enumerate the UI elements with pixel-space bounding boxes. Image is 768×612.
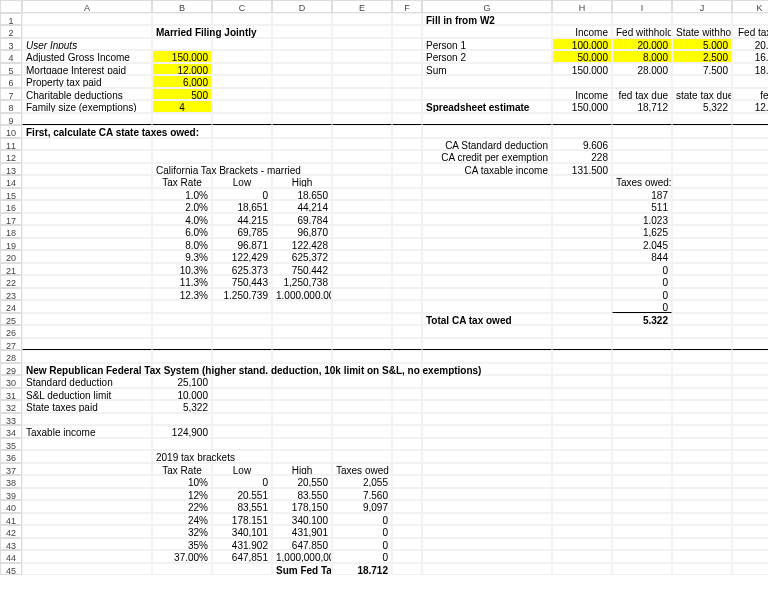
cell[interactable]	[22, 250, 152, 263]
cell[interactable]	[612, 150, 672, 163]
cell[interactable]	[552, 400, 612, 413]
row-header[interactable]: 40	[0, 500, 22, 513]
cell[interactable]	[732, 488, 768, 501]
cell[interactable]	[552, 200, 612, 213]
row-header[interactable]: 8	[0, 100, 22, 113]
cell[interactable]	[212, 63, 272, 76]
cell[interactable]	[422, 425, 552, 438]
cell[interactable]	[552, 313, 612, 326]
cell[interactable]	[552, 463, 612, 476]
cell[interactable]	[422, 525, 552, 538]
cell[interactable]	[22, 563, 152, 576]
cell[interactable]	[552, 188, 612, 201]
cell[interactable]	[332, 38, 392, 51]
col-header[interactable]: K	[732, 0, 768, 13]
cell[interactable]	[732, 175, 768, 188]
row-header[interactable]: 42	[0, 525, 22, 538]
cell[interactable]	[672, 363, 732, 376]
cell[interactable]	[332, 238, 392, 251]
col-header[interactable]: G	[422, 0, 552, 13]
cell[interactable]	[422, 125, 552, 138]
cell[interactable]	[272, 450, 332, 463]
cell[interactable]	[212, 138, 272, 151]
cell[interactable]	[552, 75, 612, 88]
cell[interactable]	[552, 413, 612, 426]
col-header[interactable]: J	[672, 0, 732, 13]
row-header[interactable]: 18	[0, 225, 22, 238]
cell[interactable]	[422, 325, 552, 338]
cell[interactable]	[422, 275, 552, 288]
cell[interactable]	[672, 538, 732, 551]
cell[interactable]	[422, 238, 552, 251]
cell[interactable]	[672, 275, 732, 288]
cell[interactable]	[212, 75, 272, 88]
cell[interactable]	[552, 175, 612, 188]
cell[interactable]	[392, 125, 422, 138]
cell[interactable]	[732, 138, 768, 151]
p2-val[interactable]: 50,000	[552, 50, 612, 63]
cell[interactable]	[272, 400, 332, 413]
cell[interactable]	[392, 500, 422, 513]
cell[interactable]	[332, 213, 392, 226]
row-header[interactable]: 39	[0, 488, 22, 501]
row-header[interactable]: 6	[0, 75, 22, 88]
row-header[interactable]: 1	[0, 13, 22, 26]
cell[interactable]	[732, 400, 768, 413]
cell[interactable]	[422, 500, 552, 513]
cell[interactable]	[332, 275, 392, 288]
row-header[interactable]: 12	[0, 150, 22, 163]
cell[interactable]	[22, 13, 152, 26]
cell[interactable]	[672, 263, 732, 276]
cell[interactable]	[732, 188, 768, 201]
p2-val[interactable]: 8,000	[612, 50, 672, 63]
cell[interactable]	[212, 88, 272, 101]
cell[interactable]	[332, 413, 392, 426]
cell[interactable]	[612, 138, 672, 151]
cell[interactable]	[272, 313, 332, 326]
cell[interactable]	[392, 375, 422, 388]
cell[interactable]	[392, 163, 422, 176]
cell[interactable]	[392, 188, 422, 201]
row-header[interactable]: 24	[0, 300, 22, 313]
cell[interactable]	[212, 400, 272, 413]
cell[interactable]	[672, 438, 732, 451]
cell[interactable]	[672, 163, 732, 176]
cell[interactable]	[422, 25, 552, 38]
cell[interactable]	[332, 88, 392, 101]
cell[interactable]	[212, 388, 272, 401]
cell[interactable]	[392, 413, 422, 426]
cell[interactable]	[612, 538, 672, 551]
cell[interactable]	[672, 525, 732, 538]
cell[interactable]	[732, 288, 768, 301]
cell[interactable]	[392, 275, 422, 288]
cell[interactable]	[732, 313, 768, 326]
cell[interactable]	[552, 450, 612, 463]
cell[interactable]	[392, 475, 422, 488]
cell[interactable]	[392, 538, 422, 551]
row-header[interactable]: 29	[0, 363, 22, 376]
row-header[interactable]: 2	[0, 25, 22, 38]
cell[interactable]	[612, 400, 672, 413]
cell[interactable]	[612, 450, 672, 463]
cell[interactable]	[612, 525, 672, 538]
row-header[interactable]: 35	[0, 438, 22, 451]
cell[interactable]	[212, 563, 272, 576]
cell[interactable]	[332, 375, 392, 388]
cell[interactable]	[422, 388, 552, 401]
cell[interactable]	[552, 125, 612, 138]
cell[interactable]	[672, 400, 732, 413]
cell[interactable]	[732, 363, 768, 376]
cell[interactable]	[22, 438, 152, 451]
cell[interactable]	[272, 413, 332, 426]
cell[interactable]	[672, 313, 732, 326]
cell[interactable]	[612, 125, 672, 138]
cell[interactable]	[392, 225, 422, 238]
col-header[interactable]: F	[392, 0, 422, 13]
cell[interactable]	[272, 425, 332, 438]
cell[interactable]	[272, 138, 332, 151]
cell[interactable]	[612, 375, 672, 388]
cell[interactable]	[392, 513, 422, 526]
agi-value[interactable]: 150,000	[152, 50, 212, 63]
cell[interactable]	[422, 563, 552, 576]
cell[interactable]	[332, 25, 392, 38]
